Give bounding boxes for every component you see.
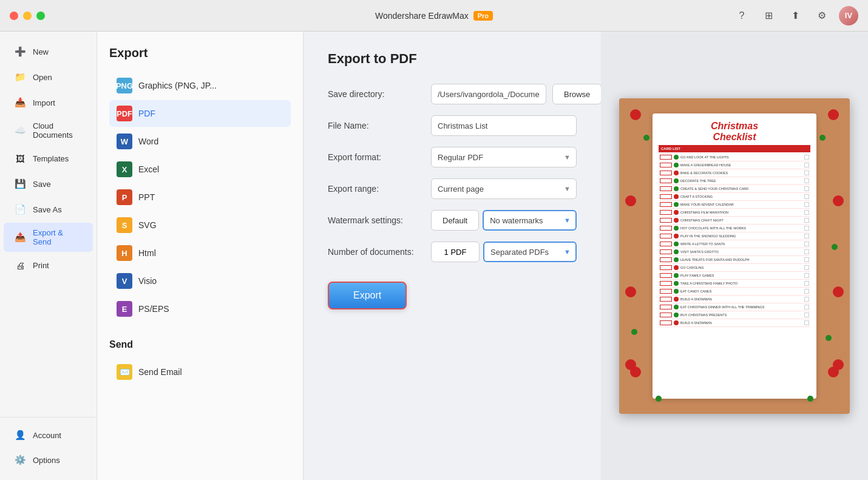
cl-icon: [674, 202, 679, 207]
deco-circle-10: [833, 359, 844, 370]
sidebar-item-cloud[interactable]: ☁️ Cloud Documents: [4, 116, 93, 145]
numdoc-select[interactable]: Separated PDFs Combined PDF: [483, 242, 577, 262]
format-item-png[interactable]: PNG Graphics (PNG, JP...: [109, 72, 291, 99]
cl-icon: [674, 163, 679, 167]
cl-item-text: CREATE & SEND YOUR CHRISTMAS CARD: [680, 187, 802, 191]
share-icon[interactable]: ⬆: [785, 6, 805, 25]
sidebar-item-export[interactable]: 📤 Export & Send: [4, 223, 93, 252]
file-name-input[interactable]: [431, 115, 577, 136]
close-button[interactable]: [10, 12, 18, 20]
help-icon[interactable]: ?: [732, 6, 751, 25]
cl-check: [804, 265, 809, 270]
cl-check: [804, 242, 809, 246]
sidebar-item-account[interactable]: 👤 Account: [4, 423, 93, 447]
checklist-row: CREATE & SEND YOUR CHRISTMAS CARD: [659, 185, 810, 193]
cl-checkbox: [660, 257, 672, 262]
form-area: Export to PDF Save directory: Browse Fil…: [303, 32, 601, 480]
cl-check: [804, 155, 809, 160]
watermark-default-button[interactable]: Default: [431, 210, 479, 231]
sidebar-item-new[interactable]: ➕ New: [4, 39, 93, 64]
svg-icon: S: [117, 217, 132, 233]
account-icon: 👤: [13, 428, 27, 442]
format-item-html[interactable]: H Html: [109, 240, 291, 266]
cl-item-text: MAKE YOUR ADVENT CALENDAR: [680, 203, 802, 206]
checklist-row: MAKE YOUR ADVENT CALENDAR: [659, 201, 810, 209]
cl-icon: [674, 234, 679, 238]
format-item-pdf[interactable]: PDF PDF: [109, 100, 291, 127]
cl-checkbox: [660, 305, 672, 309]
cl-icon: [674, 305, 679, 309]
cl-checkbox: [660, 163, 672, 167]
cl-check: [804, 163, 809, 167]
pdf-icon: PDF: [117, 106, 132, 121]
checklist-row: GO CAROLING: [659, 264, 810, 272]
sidebar-item-save[interactable]: 💾 Save: [4, 172, 93, 196]
cl-checkbox: [660, 289, 672, 294]
minimize-button[interactable]: [23, 12, 32, 20]
import-icon: 📥: [13, 96, 27, 109]
sidebar-item-templates[interactable]: 🖼 Templates: [4, 146, 93, 171]
cl-item-text: BUILD A SNOWMAN: [680, 321, 802, 325]
maximize-button[interactable]: [36, 12, 45, 20]
sidebar-item-saveas[interactable]: 📄 Save As: [4, 197, 93, 221]
sidebar-item-import[interactable]: 📥 Import: [4, 90, 93, 115]
cl-icon: [674, 210, 679, 215]
checklist-title: Christmas Checklist: [659, 121, 810, 143]
format-item-excel[interactable]: X Excel: [109, 156, 291, 183]
export-format-label: Export format:: [328, 152, 431, 162]
format-item-ppt[interactable]: P PPT: [109, 184, 291, 211]
new-icon: ➕: [13, 45, 27, 58]
export-button-wrap: Export: [328, 282, 577, 309]
avatar[interactable]: IV: [839, 6, 858, 25]
cl-icon: [674, 320, 679, 325]
pro-badge: Pro: [473, 11, 493, 21]
cl-checkbox: [660, 226, 672, 231]
cl-check: [804, 273, 809, 278]
export-button[interactable]: Export: [328, 282, 407, 309]
checklist-row: BUY CHRISTMAS PRESENTS: [659, 311, 810, 319]
save-directory-label: Save directory:: [328, 89, 431, 99]
checklist-row: GO AND LOOK AT THE LIGHTS: [659, 154, 810, 161]
cl-icon: [674, 242, 679, 246]
file-name-label: File Name:: [328, 121, 431, 130]
cl-check: [804, 171, 809, 175]
cl-icon: [674, 289, 679, 294]
export-range-select[interactable]: Current page All pages Selected pages: [431, 178, 577, 199]
export-format-select[interactable]: Regular PDF PDF/A PDF/X: [431, 147, 577, 167]
format-item-svg[interactable]: S SVG: [109, 212, 291, 238]
cl-item-text: CRAFT A STOCKING: [680, 195, 802, 198]
format-item-eps[interactable]: E PS/EPS: [109, 296, 291, 322]
cl-check: [804, 218, 809, 223]
cl-item-text: BUILD A SNOWMAN: [680, 297, 802, 301]
grid-icon[interactable]: ⊞: [759, 6, 778, 25]
settings-icon[interactable]: ⚙: [812, 6, 832, 25]
cl-item-text: VISIT SANTA'S GROTTO: [680, 250, 802, 254]
numdoc-input[interactable]: [431, 242, 480, 262]
sidebar-item-print[interactable]: 🖨 Print: [4, 253, 93, 277]
cl-checkbox: [660, 297, 672, 302]
cl-item-text: EAT CHRISTMAS DINNER WITH ALL THE TRIMMI…: [680, 305, 802, 309]
format-item-visio[interactable]: V Visio: [109, 268, 291, 294]
checklist-row: PLAY IN THE SNOW/GO SLEDDING: [659, 232, 810, 240]
cl-icon: [674, 226, 679, 231]
cl-checkbox: [660, 218, 672, 223]
numdoc-controls: Separated PDFs Combined PDF ▼: [431, 242, 577, 262]
cl-icon: [674, 257, 679, 262]
checklist-row: EAT CANDY CANES: [659, 288, 810, 296]
browse-button[interactable]: Browse: [552, 84, 601, 104]
cl-item-text: MAKE A GINGERBREAD HOUSE: [680, 163, 802, 167]
sidebar-item-options[interactable]: ⚙️ Options: [4, 448, 93, 472]
checklist-row: LEAVE TREATS FOR SANTA AND RUDOLPH: [659, 256, 810, 264]
export-range-row: Export range: Current page All pages Sel…: [328, 178, 577, 199]
format-item-word[interactable]: W Word: [109, 128, 291, 155]
watermark-select-wrap: No watermarks Custom watermark ▼: [483, 210, 577, 231]
save-directory-input[interactable]: [431, 84, 546, 104]
cl-checkbox: [660, 320, 672, 325]
watermark-select[interactable]: No watermarks Custom watermark: [483, 210, 577, 231]
checklist-row: TAKE A CHRISTMAS FAMILY PHOTO: [659, 280, 810, 288]
sidebar-item-open[interactable]: 📁 Open: [4, 65, 93, 89]
send-email-item[interactable]: ✉️ Send Email: [109, 359, 291, 385]
excel-icon: X: [117, 161, 132, 177]
format-list: PNG Graphics (PNG, JP... PDF PDF W Word …: [109, 72, 291, 322]
cl-item-text: PLAY FAMILY GAMES: [680, 274, 802, 277]
